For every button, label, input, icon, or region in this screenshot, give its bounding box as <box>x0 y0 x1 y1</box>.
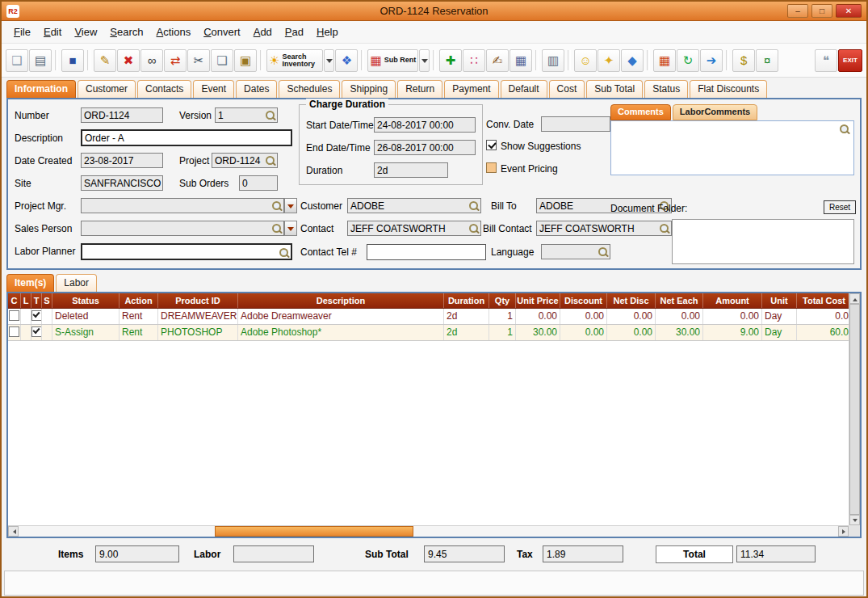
pad-button[interactable]: ▦ <box>509 49 532 72</box>
convert-order-button[interactable]: ⇄ <box>164 49 187 72</box>
date-created-field[interactable]: 23-08-2017 <box>81 153 163 168</box>
coins-button[interactable]: $ <box>732 49 755 72</box>
edit-notes-button[interactable]: ✍ <box>486 49 509 72</box>
event-pricing-checkbox[interactable] <box>486 162 497 173</box>
sales-person-search-icon[interactable] <box>271 223 283 234</box>
column-header-net-each[interactable]: Net Each <box>656 293 703 308</box>
version-search-icon[interactable] <box>265 110 276 121</box>
items-tab-item-s[interactable]: Item(s) <box>6 274 54 292</box>
tab-shipping[interactable]: Shipping <box>342 80 396 98</box>
close-button[interactable]: ✕ <box>836 4 862 18</box>
column-header-total-cost[interactable]: Total Cost <box>797 293 852 308</box>
menu-file[interactable]: File <box>8 23 36 40</box>
copy-button[interactable]: ❏ <box>211 49 233 72</box>
tab-contacts[interactable]: Contacts <box>137 80 191 98</box>
horizontal-scroll-track[interactable] <box>19 526 838 537</box>
column-header-qty[interactable]: Qty <box>489 293 516 308</box>
tab-information[interactable]: Information <box>6 80 76 98</box>
tab-payment[interactable]: Payment <box>444 80 498 98</box>
cell-s[interactable] <box>42 325 52 340</box>
contact-search-icon[interactable] <box>468 223 480 234</box>
menu-edit[interactable]: Edit <box>38 23 67 40</box>
bill-contact-field[interactable]: JEFF COATSWORTH <box>536 221 672 236</box>
cell-c[interactable] <box>8 309 21 324</box>
delete-button[interactable]: ✖ <box>117 49 140 72</box>
end-datetime-field[interactable]: 26-08-2017 00:00 <box>374 140 476 155</box>
shipment-button[interactable]: ◆ <box>621 49 644 72</box>
horizontal-scroll-thumb[interactable] <box>215 526 413 537</box>
sub-total-field[interactable]: 9.45 <box>424 545 505 562</box>
menu-search[interactable]: Search <box>104 23 149 40</box>
tab-customer[interactable]: Customer <box>78 80 136 98</box>
column-header-l[interactable]: L <box>21 293 31 308</box>
cell-l[interactable] <box>21 309 31 324</box>
tab-status[interactable]: Status <box>644 80 688 98</box>
reset-button[interactable]: Reset <box>824 200 856 214</box>
show-suggestions-checkbox[interactable] <box>486 140 497 150</box>
find-button[interactable]: ∞ <box>140 49 163 72</box>
column-header-status[interactable]: Status <box>52 293 120 308</box>
cell-s[interactable] <box>42 309 52 324</box>
column-header-unit[interactable]: Unit <box>762 293 797 308</box>
tab-sub-total[interactable]: Sub Total <box>586 80 643 98</box>
items-total-field[interactable]: 9.00 <box>95 545 179 562</box>
comments-tab-comments[interactable]: Comments <box>610 104 671 120</box>
cell-l[interactable] <box>21 325 31 340</box>
save-button[interactable]: ■ <box>61 49 84 72</box>
c-checkbox[interactable] <box>9 326 19 337</box>
refresh-button[interactable]: ↻ <box>677 49 699 72</box>
vertical-scrollbar[interactable] <box>849 293 860 525</box>
exit-button[interactable]: EXIT <box>838 49 862 72</box>
site-field[interactable]: SANFRANCISCO <box>81 175 163 191</box>
tab-schedules[interactable]: Schedules <box>279 80 340 98</box>
labor-total-field[interactable] <box>233 545 314 562</box>
column-header-unit-price[interactable]: Unit Price <box>516 293 560 308</box>
smiley-button[interactable]: ☺ <box>574 49 597 72</box>
column-header-action[interactable]: Action <box>120 293 158 308</box>
vertical-scroll-thumb[interactable] <box>849 304 860 515</box>
sub-rent-button[interactable]: ▦Sub Rent <box>367 49 418 72</box>
sub-rent-dropdown-button[interactable] <box>419 49 430 72</box>
comment-button[interactable]: ❝ <box>815 49 837 72</box>
menu-convert[interactable]: Convert <box>198 23 246 40</box>
column-header-discount[interactable]: Discount <box>560 293 607 308</box>
sales-person-field[interactable] <box>81 221 284 236</box>
menu-help[interactable]: Help <box>311 23 344 40</box>
t-checkbox[interactable] <box>31 326 42 337</box>
duration-field[interactable]: 2d <box>374 162 448 178</box>
version-field[interactable]: 1 <box>215 107 278 123</box>
column-header-product-id[interactable]: Product ID <box>158 293 238 308</box>
tab-default[interactable]: Default <box>501 80 547 98</box>
scroll-right-button[interactable] <box>838 526 849 537</box>
search-inventory-dropdown-button[interactable] <box>324 49 334 72</box>
print-button[interactable]: ▤ <box>29 49 52 72</box>
cube-stack-button[interactable]: ▦ <box>653 49 676 72</box>
menu-add[interactable]: Add <box>248 23 278 40</box>
payment-button[interactable]: ¤ <box>756 49 778 72</box>
tab-dates[interactable]: Dates <box>236 80 277 98</box>
paste-button[interactable]: ▣ <box>234 49 257 72</box>
scroll-left-button[interactable] <box>8 526 19 537</box>
add-item-button[interactable]: ✚ <box>439 49 462 72</box>
project-mgr-dropdown-button[interactable] <box>284 198 297 213</box>
table-row[interactable]: DeletedRentDREAMWEAVERAdobe Dreamweaver2… <box>8 309 860 325</box>
minimize-button[interactable]: – <box>787 4 808 18</box>
description-field[interactable]: Order - A <box>81 129 292 146</box>
menu-view[interactable]: View <box>69 23 103 40</box>
conv-date-field[interactable] <box>541 116 610 132</box>
column-header-amount[interactable]: Amount <box>703 293 762 308</box>
title-bar[interactable]: R2 ORD-1124 Reservation – □ ✕ <box>2 2 866 21</box>
new-document-button[interactable]: ❑ <box>6 49 28 72</box>
language-field[interactable] <box>541 244 610 259</box>
column-header-t[interactable]: T <box>31 293 42 308</box>
comments-search-icon[interactable] <box>839 124 850 135</box>
project-field[interactable]: ORD-1124 <box>212 153 278 168</box>
cell-t[interactable] <box>31 309 42 324</box>
print-preview-button[interactable]: ▥ <box>542 49 564 72</box>
project-mgr-field[interactable] <box>81 198 284 213</box>
scroll-up-button[interactable] <box>849 293 860 304</box>
contact-tel-field[interactable] <box>367 244 486 260</box>
availability-button[interactable]: ∷ <box>463 49 485 72</box>
tab-cost[interactable]: Cost <box>549 80 585 98</box>
customer-search-icon[interactable] <box>468 200 480 212</box>
